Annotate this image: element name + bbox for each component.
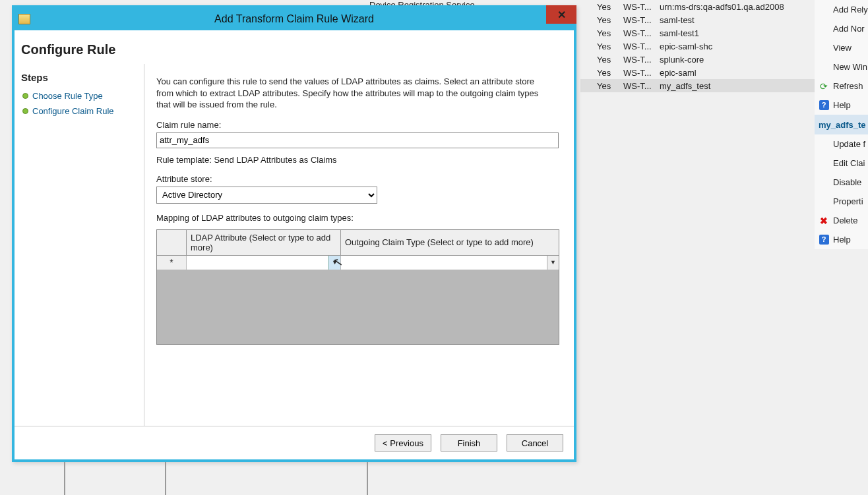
step-bullet-icon [22, 108, 28, 114]
outgoing-claim-input[interactable] [341, 256, 547, 270]
step-label: Configure Claim Rule [32, 106, 114, 116]
grid-empty-area [157, 270, 559, 344]
col-type: WS-T... [623, 2, 660, 12]
ldap-mapping-grid: LDAP Attribute (Select or type to add mo… [156, 229, 559, 345]
ldap-attribute-cell[interactable]: ▼ [187, 256, 341, 270]
action-update[interactable]: Update f [815, 134, 868, 154]
refresh-icon: ⟳ [819, 81, 829, 92]
bg-divider [165, 462, 166, 495]
finish-button[interactable]: Finish [441, 434, 497, 451]
table-row[interactable]: Yes WS-T... urn:ms-drs:qa-adfs01.qa.ad20… [580, 0, 818, 13]
description-text: You can configure this rule to send the … [156, 76, 552, 111]
outgoing-claim-dropdown-button[interactable]: ▼ [547, 256, 559, 270]
previous-button[interactable]: < Previous [375, 434, 431, 451]
action-add-relying[interactable]: Add Rely [815, 0, 868, 19]
step-configure-claim-rule[interactable]: Configure Claim Rule [15, 103, 144, 119]
help-icon: ? [819, 100, 829, 111]
table-row[interactable]: Yes WS-T... epic-saml [580, 66, 818, 79]
action-refresh[interactable]: ⟳Refresh [815, 76, 868, 96]
chevron-down-icon: ▼ [332, 259, 338, 266]
table-row[interactable]: Yes WS-T... epic-saml-shc [580, 40, 818, 53]
outgoing-claim-cell[interactable]: ▼ [341, 256, 559, 270]
grid-header-row [157, 230, 187, 255]
ldap-attribute-dropdown-button[interactable]: ▼ [328, 256, 340, 270]
attribute-store-select[interactable]: Active Directory [156, 187, 377, 204]
action-properties[interactable]: Properti [815, 192, 868, 211]
steps-sidebar: Steps Choose Rule Type Configure Claim R… [15, 64, 144, 426]
action-edit-claim[interactable]: Edit Clai [815, 154, 868, 173]
col-identifier: urn:ms-drs:qa-adfs01.qa.ad2008 [660, 2, 818, 12]
bg-divider [367, 462, 368, 495]
mapping-label: Mapping of LDAP attributes to outgoing c… [156, 213, 563, 223]
page-heading: Configure Rule [21, 37, 574, 64]
step-label: Choose Rule Type [32, 91, 103, 101]
chevron-down-icon: ▼ [550, 259, 556, 266]
actions-pane: Add Rely Add Nor View New Win ⟳Refresh ?… [815, 0, 868, 249]
grid-header-outgoing: Outgoing Claim Type (Select or type to a… [341, 230, 559, 255]
step-bullet-icon [22, 93, 28, 99]
wizard-button-row: < Previous Finish Cancel [15, 426, 574, 459]
action-add-non[interactable]: Add Nor [815, 19, 868, 38]
col-enabled: Yes [580, 2, 623, 12]
action-delete[interactable]: ✖Delete [815, 211, 868, 230]
action-help[interactable]: ?Help [815, 96, 868, 115]
rule-name-label: Claim rule name: [156, 120, 563, 130]
claim-rule-wizard-window: Add Transform Claim Rule Wizard ✕ Config… [12, 5, 576, 462]
relying-party-list: Yes WS-T... urn:ms-drs:qa-adfs01.qa.ad20… [580, 0, 818, 92]
action-view[interactable]: View [815, 38, 868, 57]
delete-icon: ✖ [819, 216, 829, 226]
close-button[interactable]: ✕ [546, 5, 576, 24]
close-icon: ✕ [557, 9, 566, 21]
action-disable[interactable]: Disable [815, 173, 868, 192]
table-row-selected[interactable]: Yes WS-T... my_adfs_test [580, 79, 818, 92]
attribute-store-label: Attribute store: [156, 174, 563, 184]
titlebar[interactable]: Add Transform Claim Rule Wizard ✕ [15, 8, 574, 30]
action-help-2[interactable]: ?Help [815, 230, 868, 249]
window-icon [18, 14, 30, 24]
rule-template-text: Rule template: Send LDAP Attributes as C… [156, 155, 563, 165]
table-row[interactable]: Yes WS-T... saml-test1 [580, 26, 818, 40]
bg-divider [64, 462, 65, 495]
table-row[interactable]: Yes WS-T... saml-test [580, 13, 818, 26]
help-icon: ? [819, 235, 829, 245]
grid-new-row: * ▼ ▼ [157, 256, 559, 270]
ldap-attribute-input[interactable] [187, 256, 328, 270]
steps-title: Steps [15, 64, 144, 88]
wizard-main-pane: You can configure this rule to send the … [144, 64, 574, 426]
grid-header-ldap: LDAP Attribute (Select or type to add mo… [187, 230, 341, 255]
step-choose-rule-type[interactable]: Choose Rule Type [15, 88, 144, 103]
row-marker: * [157, 256, 187, 270]
cancel-button[interactable]: Cancel [507, 434, 563, 451]
window-title: Add Transform Claim Rule Wizard [15, 13, 574, 25]
action-new-window[interactable]: New Win [815, 57, 868, 76]
table-row[interactable]: Yes WS-T... splunk-core [580, 53, 818, 66]
rule-name-input[interactable] [156, 132, 559, 148]
actions-selected-header: my_adfs_te [815, 115, 868, 134]
